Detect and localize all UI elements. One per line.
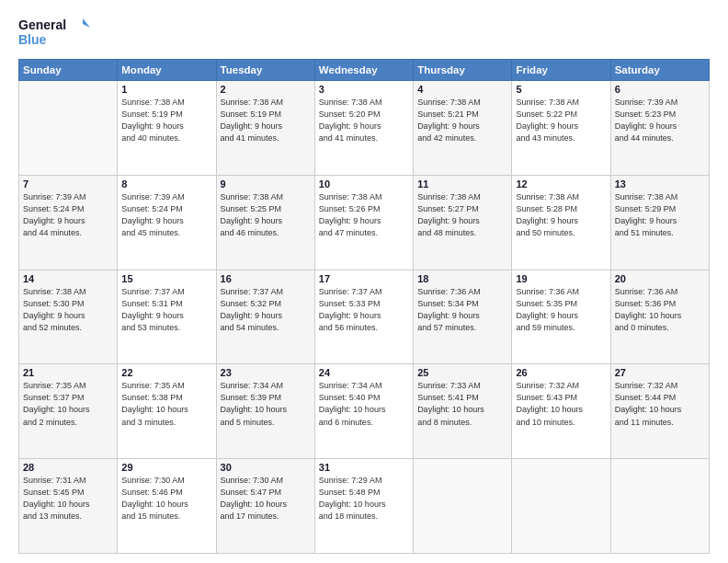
col-header-friday: Friday xyxy=(512,60,610,81)
day-info: Sunrise: 7:38 AMSunset: 5:27 PMDaylight:… xyxy=(417,191,507,239)
day-info: Sunrise: 7:35 AMSunset: 5:37 PMDaylight:… xyxy=(23,380,113,428)
day-number: 31 xyxy=(319,462,409,473)
day-cell: 7Sunrise: 7:39 AMSunset: 5:24 PMDaylight… xyxy=(19,175,118,270)
day-cell: 28Sunrise: 7:31 AMSunset: 5:45 PMDayligh… xyxy=(19,459,118,554)
day-number: 19 xyxy=(516,273,606,284)
day-number: 14 xyxy=(23,273,113,284)
week-row-2: 7Sunrise: 7:39 AMSunset: 5:24 PMDaylight… xyxy=(19,175,710,270)
day-cell: 23Sunrise: 7:34 AMSunset: 5:39 PMDayligh… xyxy=(216,364,314,459)
logo-svg: General Blue xyxy=(18,15,92,52)
day-info: Sunrise: 7:38 AMSunset: 5:20 PMDaylight:… xyxy=(319,97,409,144)
day-info: Sunrise: 7:37 AMSunset: 5:32 PMDaylight:… xyxy=(221,286,311,334)
col-header-saturday: Saturday xyxy=(610,60,709,81)
svg-text:Blue: Blue xyxy=(18,32,47,47)
day-cell: 16Sunrise: 7:37 AMSunset: 5:32 PMDayligh… xyxy=(216,270,314,364)
day-number: 4 xyxy=(417,84,507,95)
calendar-header-row: SundayMondayTuesdayWednesdayThursdayFrid… xyxy=(19,60,710,81)
day-cell xyxy=(512,459,610,554)
day-number: 16 xyxy=(221,273,311,284)
day-info: Sunrise: 7:38 AMSunset: 5:29 PMDaylight:… xyxy=(615,191,705,239)
day-number: 12 xyxy=(516,178,606,190)
day-info: Sunrise: 7:38 AMSunset: 5:21 PMDaylight:… xyxy=(417,97,507,144)
day-info: Sunrise: 7:39 AMSunset: 5:23 PMDaylight:… xyxy=(615,97,705,144)
day-info: Sunrise: 7:35 AMSunset: 5:38 PMDaylight:… xyxy=(121,380,211,428)
day-number: 15 xyxy=(121,273,211,284)
day-info: Sunrise: 7:36 AMSunset: 5:35 PMDaylight:… xyxy=(516,286,606,334)
day-number: 25 xyxy=(417,367,507,378)
day-info: Sunrise: 7:33 AMSunset: 5:41 PMDaylight:… xyxy=(417,380,507,428)
day-number: 27 xyxy=(615,367,705,378)
day-cell: 6Sunrise: 7:39 AMSunset: 5:23 PMDaylight… xyxy=(610,81,709,176)
day-cell: 8Sunrise: 7:39 AMSunset: 5:24 PMDaylight… xyxy=(118,175,216,270)
day-cell: 21Sunrise: 7:35 AMSunset: 5:37 PMDayligh… xyxy=(19,364,118,459)
day-number: 13 xyxy=(615,178,705,190)
day-info: Sunrise: 7:34 AMSunset: 5:40 PMDaylight:… xyxy=(319,380,409,428)
day-info: Sunrise: 7:38 AMSunset: 5:22 PMDaylight:… xyxy=(516,97,606,144)
day-number: 28 xyxy=(23,462,113,473)
day-number: 24 xyxy=(319,367,409,378)
day-cell: 30Sunrise: 7:30 AMSunset: 5:47 PMDayligh… xyxy=(216,459,314,554)
day-number: 8 xyxy=(121,178,211,190)
day-cell: 29Sunrise: 7:30 AMSunset: 5:46 PMDayligh… xyxy=(118,459,216,554)
calendar-table: SundayMondayTuesdayWednesdayThursdayFrid… xyxy=(18,59,710,554)
week-row-4: 21Sunrise: 7:35 AMSunset: 5:37 PMDayligh… xyxy=(19,364,710,459)
day-info: Sunrise: 7:32 AMSunset: 5:44 PMDaylight:… xyxy=(615,380,705,428)
day-cell: 19Sunrise: 7:36 AMSunset: 5:35 PMDayligh… xyxy=(512,270,610,364)
col-header-tuesday: Tuesday xyxy=(216,60,314,81)
day-number: 17 xyxy=(319,273,409,284)
day-cell: 15Sunrise: 7:37 AMSunset: 5:31 PMDayligh… xyxy=(118,270,216,364)
day-number: 5 xyxy=(516,84,606,95)
day-number: 23 xyxy=(221,367,311,378)
col-header-wednesday: Wednesday xyxy=(314,60,413,81)
day-cell: 26Sunrise: 7:32 AMSunset: 5:43 PMDayligh… xyxy=(512,364,610,459)
day-cell: 10Sunrise: 7:38 AMSunset: 5:26 PMDayligh… xyxy=(314,175,413,270)
header: General Blue xyxy=(18,15,710,52)
svg-text:General: General xyxy=(18,17,66,32)
day-cell xyxy=(414,459,512,554)
day-cell: 25Sunrise: 7:33 AMSunset: 5:41 PMDayligh… xyxy=(414,364,512,459)
svg-marker-2 xyxy=(83,18,90,28)
day-number: 29 xyxy=(121,462,211,473)
day-info: Sunrise: 7:38 AMSunset: 5:28 PMDaylight:… xyxy=(516,191,606,239)
day-cell: 11Sunrise: 7:38 AMSunset: 5:27 PMDayligh… xyxy=(414,175,512,270)
logo: General Blue xyxy=(18,15,92,52)
week-row-1: 1Sunrise: 7:38 AMSunset: 5:19 PMDaylight… xyxy=(19,81,710,176)
day-info: Sunrise: 7:29 AMSunset: 5:48 PMDaylight:… xyxy=(319,475,409,523)
day-info: Sunrise: 7:37 AMSunset: 5:33 PMDaylight:… xyxy=(319,286,409,334)
day-number: 20 xyxy=(615,273,705,284)
day-number: 3 xyxy=(319,84,409,95)
day-info: Sunrise: 7:38 AMSunset: 5:30 PMDaylight:… xyxy=(23,286,113,334)
day-info: Sunrise: 7:37 AMSunset: 5:31 PMDaylight:… xyxy=(121,286,211,334)
day-info: Sunrise: 7:38 AMSunset: 5:26 PMDaylight:… xyxy=(319,191,409,239)
day-cell: 31Sunrise: 7:29 AMSunset: 5:48 PMDayligh… xyxy=(314,459,413,554)
day-info: Sunrise: 7:39 AMSunset: 5:24 PMDaylight:… xyxy=(23,191,113,239)
day-cell: 13Sunrise: 7:38 AMSunset: 5:29 PMDayligh… xyxy=(610,175,709,270)
day-cell: 24Sunrise: 7:34 AMSunset: 5:40 PMDayligh… xyxy=(314,364,413,459)
day-cell: 4Sunrise: 7:38 AMSunset: 5:21 PMDaylight… xyxy=(414,81,512,176)
day-number: 10 xyxy=(319,178,409,190)
day-number: 30 xyxy=(221,462,311,473)
week-row-3: 14Sunrise: 7:38 AMSunset: 5:30 PMDayligh… xyxy=(19,270,710,364)
day-cell xyxy=(19,81,118,176)
day-info: Sunrise: 7:38 AMSunset: 5:19 PMDaylight:… xyxy=(221,97,311,144)
day-cell: 12Sunrise: 7:38 AMSunset: 5:28 PMDayligh… xyxy=(512,175,610,270)
day-cell: 3Sunrise: 7:38 AMSunset: 5:20 PMDaylight… xyxy=(314,81,413,176)
day-number: 26 xyxy=(516,367,606,378)
day-cell xyxy=(610,459,709,554)
day-number: 2 xyxy=(221,84,311,95)
calendar-page: General Blue SundayMondayTuesdayWednesda… xyxy=(0,0,728,563)
day-cell: 1Sunrise: 7:38 AMSunset: 5:19 PMDaylight… xyxy=(118,81,216,176)
day-number: 9 xyxy=(221,178,311,190)
day-info: Sunrise: 7:38 AMSunset: 5:25 PMDaylight:… xyxy=(221,191,311,239)
day-info: Sunrise: 7:34 AMSunset: 5:39 PMDaylight:… xyxy=(221,380,311,428)
day-number: 7 xyxy=(23,178,113,190)
day-cell: 22Sunrise: 7:35 AMSunset: 5:38 PMDayligh… xyxy=(118,364,216,459)
day-cell: 17Sunrise: 7:37 AMSunset: 5:33 PMDayligh… xyxy=(314,270,413,364)
day-info: Sunrise: 7:31 AMSunset: 5:45 PMDaylight:… xyxy=(23,475,113,523)
day-number: 21 xyxy=(23,367,113,378)
day-info: Sunrise: 7:36 AMSunset: 5:36 PMDaylight:… xyxy=(615,286,705,334)
day-cell: 20Sunrise: 7:36 AMSunset: 5:36 PMDayligh… xyxy=(610,270,709,364)
day-info: Sunrise: 7:30 AMSunset: 5:47 PMDaylight:… xyxy=(221,475,311,523)
day-info: Sunrise: 7:30 AMSunset: 5:46 PMDaylight:… xyxy=(121,475,211,523)
day-cell: 14Sunrise: 7:38 AMSunset: 5:30 PMDayligh… xyxy=(19,270,118,364)
